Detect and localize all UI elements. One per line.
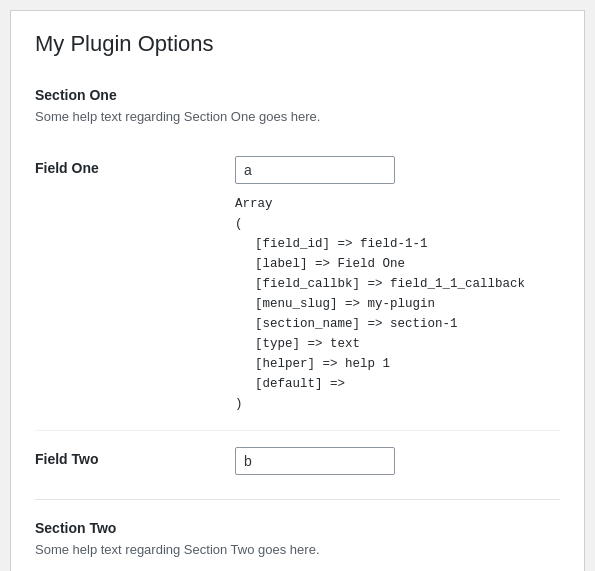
section-divider bbox=[35, 499, 560, 500]
field-one-label: Field One bbox=[35, 160, 99, 176]
array-line-3: [menu_slug] => my-plugin bbox=[235, 294, 560, 314]
field-one-input[interactable] bbox=[235, 156, 395, 184]
array-close-paren: ) bbox=[235, 394, 560, 414]
field-two-label: Field Two bbox=[35, 451, 99, 467]
field-one-row: Field One Array ( [field_id] => field-1-… bbox=[35, 140, 560, 431]
plugin-options-container: My Plugin Options Section One Some help … bbox=[10, 10, 585, 571]
array-line-0: [field_id] => field-1-1 bbox=[235, 234, 560, 254]
section-two-help: Some help text regarding Section Two goe… bbox=[35, 542, 560, 557]
section-one-help: Some help text regarding Section One goe… bbox=[35, 109, 560, 124]
array-line-2: [field_callbk] => field_1_1_callback bbox=[235, 274, 560, 294]
field-two-label-cell: Field Two bbox=[35, 431, 235, 492]
field-two-row: Field Two bbox=[35, 431, 560, 492]
page-wrapper: My Plugin Options Section One Some help … bbox=[0, 0, 595, 571]
settings-table: Field One Array ( [field_id] => field-1-… bbox=[35, 140, 560, 491]
section-one-title: Section One bbox=[35, 83, 560, 103]
field-two-input[interactable] bbox=[235, 447, 395, 475]
array-open-paren: ( bbox=[235, 214, 560, 234]
array-line-5: [type] => text bbox=[235, 334, 560, 354]
page-title: My Plugin Options bbox=[35, 31, 560, 65]
field-two-input-cell bbox=[235, 431, 560, 492]
field-one-input-cell: Array ( [field_id] => field-1-1 [label] … bbox=[235, 140, 560, 431]
section-two-title: Section Two bbox=[35, 516, 560, 536]
field-one-label-cell: Field One bbox=[35, 140, 235, 431]
array-debug: Array ( [field_id] => field-1-1 [label] … bbox=[235, 194, 560, 414]
array-line-4: [section_name] => section-1 bbox=[235, 314, 560, 334]
array-line-7: [default] => bbox=[235, 374, 560, 394]
array-line-6: [helper] => help 1 bbox=[235, 354, 560, 374]
array-line-1: [label] => Field One bbox=[235, 254, 560, 274]
array-header: Array bbox=[235, 194, 560, 214]
